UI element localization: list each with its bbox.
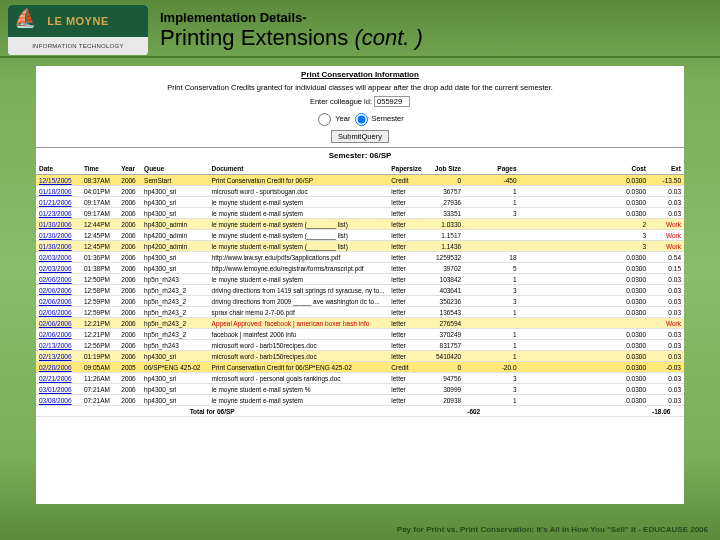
col-queue: Queue bbox=[141, 163, 209, 175]
table-row: 02/06/200612:21PM2006hp5n_rh243_2faceboo… bbox=[36, 329, 684, 340]
date-link[interactable]: 02/13/2006 bbox=[39, 342, 72, 349]
slide-subtitle: Implementation Details- bbox=[160, 10, 423, 25]
col-time: Time bbox=[81, 163, 118, 175]
table-row: 02/21/200611:26AM2006hp4300_srimicrosoft… bbox=[36, 373, 684, 384]
table-row: 03/01/200607:21AM2006hp4300_srile moyne … bbox=[36, 384, 684, 395]
date-link[interactable]: 01/23/2006 bbox=[39, 210, 72, 217]
table-row: 03/08/200607:21AM2006hp4300_srile moyne … bbox=[36, 395, 684, 406]
id-entry-row: Enter colleague id: 055929 bbox=[36, 94, 684, 109]
colleague-id-input[interactable]: 055929 bbox=[374, 96, 410, 107]
table-row: 01/30/200612:45PM2006hp4200_adminle moyn… bbox=[36, 241, 684, 252]
slide-footer: Pay for Print vs. Print Conservation: It… bbox=[397, 525, 708, 534]
date-link[interactable]: 02/03/2006 bbox=[39, 254, 72, 261]
table-row: 02/13/200612:56PM2006hp5n_rh243microsoft… bbox=[36, 340, 684, 351]
col-year: Year bbox=[118, 163, 141, 175]
date-link[interactable]: 03/08/2006 bbox=[39, 397, 72, 404]
col-job-size: Job Size bbox=[427, 163, 464, 175]
slide-header: ⛵ LE MOYNE INFORMATION TECHNOLOGY Implem… bbox=[0, 0, 720, 58]
table-row: 02/06/200612:50PM2006hp5n_rh243le moyne … bbox=[36, 274, 684, 285]
radio-year[interactable] bbox=[318, 113, 331, 126]
id-label: Enter colleague id: bbox=[310, 97, 372, 106]
col-ext: Ext bbox=[649, 163, 684, 175]
college-logo: ⛵ LE MOYNE INFORMATION TECHNOLOGY bbox=[8, 5, 148, 55]
date-link[interactable]: 02/20/2006 bbox=[39, 364, 72, 371]
col-cost: Cost bbox=[520, 163, 650, 175]
date-link[interactable]: 01/21/2006 bbox=[39, 199, 72, 206]
date-link[interactable]: 01/30/2006 bbox=[39, 232, 72, 239]
date-link[interactable]: 02/06/2006 bbox=[39, 287, 72, 294]
date-link[interactable]: 02/06/2006 bbox=[39, 331, 72, 338]
table-row: 02/06/200612:21PM2006hp5n_rh243_2Appeal … bbox=[36, 318, 684, 329]
date-link[interactable]: 02/06/2006 bbox=[39, 298, 72, 305]
date-link[interactable]: 02/03/2006 bbox=[39, 265, 72, 272]
col-papersize: Papersize bbox=[388, 163, 427, 175]
table-row: 02/13/200601:19PM2006hp4300_srimicrosoft… bbox=[36, 351, 684, 362]
table-row: 02/06/200612:58PM2006hp5n_rh243_2driving… bbox=[36, 285, 684, 296]
col-document: Document bbox=[209, 163, 389, 175]
table-row: 02/06/200612:59PM2006hp5n_rh243_2sprax c… bbox=[36, 307, 684, 318]
date-link[interactable]: 03/01/2006 bbox=[39, 386, 72, 393]
table-row: 01/21/200609:17AM2006hp4300_srile moyne … bbox=[36, 197, 684, 208]
title-block: Implementation Details- Printing Extensi… bbox=[160, 10, 423, 51]
date-link[interactable]: 02/06/2006 bbox=[39, 276, 72, 283]
table-row: 02/20/200609:05AM200506/SP*ENG 425-02Pri… bbox=[36, 362, 684, 373]
table-row: 02/03/200601:36PM2006hp4300_srihttp://ww… bbox=[36, 252, 684, 263]
print-log-table: DateTimeYearQueueDocumentPapersizeJob Si… bbox=[36, 163, 684, 417]
date-link[interactable]: 02/13/2006 bbox=[39, 353, 72, 360]
submit-query-button[interactable]: SubmitQuery bbox=[331, 130, 389, 143]
table-row: 02/03/200601:38PM2006hp4300_srihttp://ww… bbox=[36, 263, 684, 274]
table-row: 01/30/200612:44PM2006hp4300_adminle moyn… bbox=[36, 219, 684, 230]
date-link[interactable]: 01/30/2006 bbox=[39, 221, 72, 228]
radio-semester[interactable] bbox=[355, 113, 368, 126]
ship-icon: ⛵ bbox=[14, 7, 42, 35]
col-pages: Pages bbox=[464, 163, 519, 175]
table-row: 01/23/200609:17AM2006hp4300_srile moyne … bbox=[36, 208, 684, 219]
date-link[interactable]: 02/06/2006 bbox=[39, 309, 72, 316]
report-panel: Print Conservation Information Print Con… bbox=[36, 66, 684, 504]
date-link[interactable]: 12/15/2005 bbox=[39, 177, 72, 184]
date-link[interactable]: 01/30/2006 bbox=[39, 243, 72, 250]
date-link[interactable]: 02/06/2006 bbox=[39, 320, 72, 327]
panel-description: Print Conservation Credits granted for i… bbox=[36, 81, 684, 94]
col-date: Date bbox=[36, 163, 81, 175]
table-row: 01/18/200604:01PM2006hp4300_srimicrosoft… bbox=[36, 186, 684, 197]
table-row: 12/15/200508:37AM2006SemStartPrint Conse… bbox=[36, 175, 684, 186]
semester-heading: Semester: 06/SP bbox=[36, 147, 684, 163]
table-row: 02/06/200612:59PM2006hp5n_rh243_2driving… bbox=[36, 296, 684, 307]
date-link[interactable]: 02/21/2006 bbox=[39, 375, 72, 382]
total-row: Total for 06/SP-602-18.06 bbox=[36, 406, 684, 417]
panel-heading: Print Conservation Information bbox=[36, 66, 684, 81]
table-row: 01/30/200612:45PM2006hp4200_adminle moyn… bbox=[36, 230, 684, 241]
slide-title: Printing Extensions (cont. ) bbox=[160, 25, 423, 51]
date-link[interactable]: 01/18/2006 bbox=[39, 188, 72, 195]
period-radios: Year Semester bbox=[36, 109, 684, 128]
